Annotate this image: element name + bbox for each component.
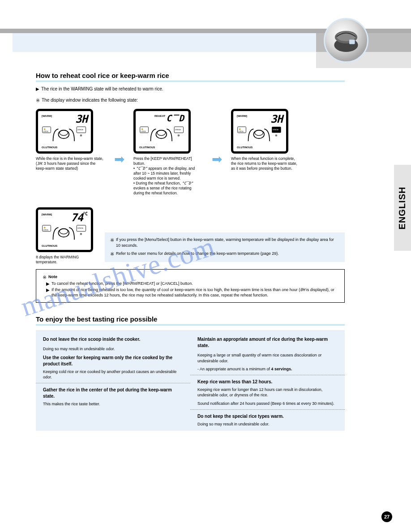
note-head: Note [48,274,57,279]
tempbox-line2: Refer to the user menu for details on ho… [116,251,279,256]
svg-text:VOICE: VOICE [175,129,181,131]
lcd-panel-warm3h: [WARM] 3H 🔒LOCK VOICE ❄ GLUTINOUS [36,109,105,171]
svg-point-24 [255,130,263,136]
tip-body: Keeping cold rice or rice cooked by anot… [43,369,183,380]
reference-mark-icon: ※ [110,251,114,257]
svg-point-16 [157,130,166,136]
lcd-reheat-label: REHEAT [154,115,165,117]
lcd-warm-label: [WARM] [42,213,52,216]
lcd-glutinous-label: GLUTINOUS [237,146,253,149]
caption-d: It displays the WARMING temperature. [36,255,98,265]
caption-b-bullet1: • "C‾D" appears on the display, and afte… [133,166,203,181]
svg-point-8 [60,130,68,136]
section-title-reheat: How to reheat cool rice or keep-warm ric… [36,72,345,79]
section-title-tips: To enjoy the best tasting rice possible [36,315,345,323]
svg-text:🔒: 🔒 [43,226,46,229]
language-tab-label: ENGLISH [398,186,408,229]
svg-text:LOCK: LOCK [43,229,48,231]
lcd-panel-reheat: REHEAT C‾D 🔒LOCK VOICE ❄ GLUTINOUS [133,109,203,196]
svg-rect-3 [349,40,355,44]
tips-grid: Do not leave the rice scoop inside the c… [36,330,345,431]
tip-body: Keeping a large or small quantity of war… [197,352,338,364]
dotted-divider [190,375,345,375]
lcd-body-icon: 🔒LOCK VOICE ❄ [42,125,87,143]
lcd-value: 3H [270,113,283,125]
lcd-temp-value: 74°C [71,211,87,224]
svg-text:VOICE: VOICE [77,227,83,230]
svg-text:LOCK: LOCK [141,130,146,133]
lcd-warm-label: [WARM] [237,115,247,117]
temperature-info-box: ※If you press the [Menu/Select] button i… [105,232,345,262]
lcd-glutinous-label: GLUTINOUS [42,245,57,247]
note-box: ※Note ▶To cancel the reheat function, pr… [36,269,345,303]
cooker-icon [330,27,362,54]
note-2: If the amount of rice being reheated is … [51,287,338,298]
product-photo [324,18,368,63]
dotted-divider [36,383,190,383]
lcd-body-icon: 🔒LOCK VOICE ❄ [139,125,185,143]
caption-a1: While the rice is in the keep-warm state… [36,156,105,161]
svg-text:🔒: 🔒 [43,128,46,130]
lcd-warm-label: [WARM] [42,115,52,117]
lcd-value: C‾D [166,113,185,124]
tip-head: Do not leave the rice scoop inside the c… [43,336,183,343]
tip-head: Use the cooker for keeping warm only the… [43,355,183,367]
svg-point-32 [60,229,68,234]
caption-a2: (3H: 3 hours have passed since the keep-… [36,161,105,171]
divider [36,324,345,326]
lcd-body-icon: 🔒LOCK VOICE ❄ [42,224,87,242]
display-note: The display window indicates the followi… [42,98,138,103]
svg-text:❄: ❄ [275,134,278,137]
svg-text:❄: ❄ [80,134,82,137]
caption-b1: Press the [KEEP WARM/REHEAT] button. [133,156,203,166]
tip-body: - An appropriate amount is a minimum of … [197,366,338,372]
tempbox-line1: If you press the [Menu/Select] button in… [116,237,339,248]
lcd-glutinous-label: GLUTINOUS [139,146,155,149]
triangle-bullet-icon: ▶ [46,287,50,293]
note-1: To cancel the reheat function, press the… [51,281,193,286]
triangle-bullet-icon: ▶ [46,281,50,287]
tip-body: Keeping rice warm for longer than 12 hou… [197,387,338,398]
arrow-icon: ➡ [212,152,222,167]
tips-col-right: Maintain an appropriate amount of rice d… [190,330,345,431]
tip-head: Keep rice warm less than 12 hours. [197,379,338,385]
triangle-bullet-icon: ▶ [36,86,39,91]
svg-text:❄: ❄ [80,232,82,236]
svg-text:🔒: 🔒 [239,128,241,130]
language-tab: ENGLISH [394,165,411,251]
caption-c: When the reheat function is complete, th… [231,156,300,171]
svg-text:VOICE: VOICE [273,129,278,131]
tip-body: This makes the rice taste better. [43,401,183,407]
divider [36,81,345,82]
dotted-divider [190,409,345,410]
caption-b-bullet2: • During the reheat function, "C‾D" evok… [133,181,203,196]
svg-text:❄: ❄ [177,134,180,137]
tip-head: Gather the rice in the center of the pot… [43,387,183,399]
svg-text:LOCK: LOCK [238,130,244,133]
tip-head: Maintain an appropriate amount of rice d… [197,336,338,349]
tip-head: Do not keep the special rice types warm. [197,413,338,420]
lcd-value: 3H [75,113,87,125]
reference-mark-icon: ※ [110,237,114,244]
lcd-glutinous-label: GLUTINOUS [42,146,57,149]
svg-text:🔒: 🔒 [141,128,144,130]
reference-mark-icon: ※ [43,274,47,281]
tip-body: Doing so may result in undesirable odor. [43,346,183,352]
tip-body: Sound notification after 24 hours passed… [197,401,338,407]
lcd-panel-return: [WARM] 3H 🔒LOCK VOICE ❄ GLUTINOUS [231,109,300,171]
svg-text:VOICE: VOICE [77,129,83,131]
reference-mark-icon: ※ [36,98,40,103]
page-number: 27 [381,511,392,522]
lcd-panel-temp: [WARM] 74°C 🔒LOCK VOICE ❄ GLUTINOUS [36,207,98,265]
tip-body: Doing so may result in undesirable odor. [197,421,338,427]
tips-col-left: Do not leave the rice scoop inside the c… [36,330,190,431]
arrow-icon: ➡ [114,152,124,167]
svg-text:LOCK: LOCK [43,130,48,133]
intro-text: The rice in the WARMING state will be re… [41,86,163,91]
lcd-body-icon: 🔒LOCK VOICE ❄ [237,125,283,143]
